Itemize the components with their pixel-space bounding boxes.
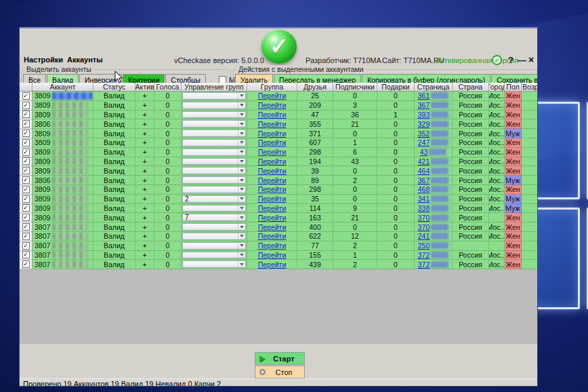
group-go-link[interactable]: Перейти bbox=[258, 195, 287, 203]
row-select-cell[interactable]: ✓ bbox=[20, 251, 33, 260]
row-select-cell[interactable]: ✓ bbox=[20, 138, 33, 148]
page-link[interactable]: 367 bbox=[418, 176, 430, 184]
page-link[interactable]: 361 bbox=[418, 92, 430, 100]
row-checkbox[interactable]: ✓ bbox=[22, 157, 30, 165]
row-select-cell[interactable]: ✓ bbox=[20, 92, 33, 101]
row-select-cell[interactable]: ✓ bbox=[20, 241, 33, 251]
row-select-cell[interactable]: ✓ bbox=[20, 195, 33, 204]
chevron-down-icon[interactable] bbox=[238, 140, 245, 146]
row-checkbox[interactable]: ✓ bbox=[22, 233, 30, 240]
column-header-Страна[interactable]: Страна bbox=[453, 83, 489, 92]
page-link[interactable]: 43 bbox=[420, 148, 428, 156]
account-cell[interactable]: 3809 bbox=[33, 111, 93, 120]
row-checkbox[interactable]: ✓ bbox=[22, 120, 30, 128]
page-link[interactable]: 372 bbox=[418, 251, 430, 259]
group-go-link[interactable]: Перейти bbox=[258, 120, 287, 128]
menu-accounts[interactable]: Аккаунты bbox=[67, 56, 103, 64]
group-manage-dropdown[interactable] bbox=[182, 120, 246, 128]
row-checkbox[interactable]: ✓ bbox=[22, 92, 30, 100]
row-select-cell[interactable]: ✓ bbox=[20, 176, 33, 185]
group-go-link[interactable]: Перейти bbox=[258, 111, 287, 119]
group-go-link[interactable]: Перейти bbox=[258, 232, 287, 240]
group-go-link[interactable]: Перейти bbox=[258, 138, 287, 146]
account-cell[interactable]: 3809 bbox=[33, 92, 93, 101]
account-cell[interactable]: 3807 bbox=[33, 222, 93, 232]
row-select-cell[interactable]: ✓ bbox=[20, 129, 33, 138]
page-link[interactable]: 468 bbox=[418, 185, 430, 193]
page-link[interactable]: 247 bbox=[418, 138, 430, 146]
group-manage-dropdown[interactable] bbox=[182, 102, 246, 109]
page-link[interactable]: 329 bbox=[418, 120, 430, 128]
page-link[interactable]: 372 bbox=[418, 260, 430, 269]
row-checkbox[interactable]: ✓ bbox=[22, 130, 30, 137]
group-go-link[interactable]: Перейти bbox=[258, 185, 287, 193]
account-cell[interactable]: 3809 bbox=[33, 148, 93, 157]
account-cell[interactable]: 3807 bbox=[33, 251, 93, 260]
account-cell[interactable]: 3809 bbox=[33, 213, 93, 222]
chevron-down-icon[interactable] bbox=[238, 205, 245, 212]
group-manage-dropdown[interactable] bbox=[182, 252, 246, 259]
stop-button[interactable]: Стоп bbox=[255, 366, 305, 378]
row-checkbox[interactable]: ✓ bbox=[22, 176, 30, 184]
account-cell[interactable]: 3807 bbox=[33, 232, 93, 241]
row-select-cell[interactable]: ✓ bbox=[20, 157, 33, 167]
account-cell[interactable]: 3809 bbox=[33, 166, 93, 176]
row-checkbox[interactable]: ✓ bbox=[22, 139, 30, 146]
group-manage-dropdown[interactable] bbox=[182, 205, 246, 212]
chevron-down-icon[interactable] bbox=[238, 168, 245, 174]
group-go-link[interactable]: Перейти bbox=[258, 92, 287, 100]
page-link[interactable]: 341 bbox=[418, 195, 430, 203]
row-select-cell[interactable]: ✓ bbox=[20, 111, 33, 120]
chevron-down-icon[interactable] bbox=[238, 187, 245, 193]
group-manage-dropdown[interactable] bbox=[182, 149, 246, 156]
chevron-down-icon[interactable] bbox=[238, 159, 245, 165]
column-header-Друзья[interactable]: Друзья bbox=[297, 83, 333, 92]
column-header-Голоса[interactable]: Голоса bbox=[154, 83, 182, 92]
page-link[interactable]: 370 bbox=[418, 214, 430, 222]
row-checkbox[interactable]: ✓ bbox=[22, 251, 30, 258]
row-checkbox[interactable]: ✓ bbox=[22, 223, 30, 231]
group-go-link[interactable]: Перейти bbox=[258, 167, 287, 175]
row-checkbox[interactable]: ✓ bbox=[22, 195, 30, 203]
group-go-link[interactable]: Перейти bbox=[258, 148, 287, 156]
page-link[interactable]: 352 bbox=[418, 130, 430, 138]
page-link[interactable]: 338 bbox=[418, 204, 430, 212]
group-manage-dropdown[interactable] bbox=[182, 242, 246, 250]
group-manage-dropdown[interactable] bbox=[182, 111, 246, 119]
account-cell[interactable]: 3809 bbox=[33, 185, 93, 195]
group-manage-dropdown[interactable] bbox=[182, 130, 246, 137]
row-checkbox[interactable]: ✓ bbox=[22, 149, 30, 156]
row-select-cell[interactable]: ✓ bbox=[20, 119, 33, 129]
row-checkbox[interactable]: ✓ bbox=[22, 204, 30, 212]
column-header-Страница[interactable]: Страница bbox=[415, 83, 453, 92]
account-cell[interactable]: 3807 bbox=[33, 241, 93, 251]
row-checkbox[interactable]: ✓ bbox=[22, 186, 30, 193]
group-manage-dropdown[interactable] bbox=[182, 139, 246, 146]
account-cell[interactable]: 3809 bbox=[33, 129, 93, 138]
start-button[interactable]: Старт bbox=[255, 352, 305, 365]
group-manage-dropdown[interactable] bbox=[182, 223, 246, 231]
chevron-down-icon[interactable] bbox=[238, 112, 245, 118]
chevron-down-icon[interactable] bbox=[238, 261, 245, 267]
chevron-down-icon[interactable] bbox=[238, 121, 245, 127]
column-header-Пол[interactable]: Пол bbox=[505, 83, 522, 92]
group-go-link[interactable]: Перейти bbox=[258, 130, 287, 138]
group-manage-dropdown[interactable] bbox=[182, 158, 246, 165]
group-go-link[interactable]: Перейти bbox=[258, 214, 287, 222]
account-cell[interactable]: 3806 bbox=[33, 176, 93, 185]
chevron-down-icon[interactable] bbox=[238, 196, 245, 202]
account-cell[interactable]: 3806 bbox=[33, 119, 93, 129]
chevron-down-icon[interactable] bbox=[238, 102, 245, 109]
group-go-link[interactable]: Перейти bbox=[258, 204, 287, 212]
chevron-down-icon[interactable] bbox=[238, 224, 245, 230]
row-checkbox[interactable]: ✓ bbox=[22, 260, 30, 268]
column-header-Подписчики[interactable]: Подписчики bbox=[333, 83, 377, 92]
row-select-cell[interactable]: ✓ bbox=[20, 166, 33, 176]
group-manage-dropdown[interactable] bbox=[182, 176, 246, 184]
row-select-cell[interactable]: ✓ bbox=[20, 148, 33, 157]
column-header-Подарки[interactable]: Подарки bbox=[377, 83, 415, 92]
account-cell[interactable]: 3809 bbox=[33, 157, 93, 167]
close-button[interactable]: × bbox=[528, 55, 534, 65]
page-link[interactable]: 370 bbox=[418, 223, 430, 231]
chevron-down-icon[interactable] bbox=[238, 149, 245, 155]
